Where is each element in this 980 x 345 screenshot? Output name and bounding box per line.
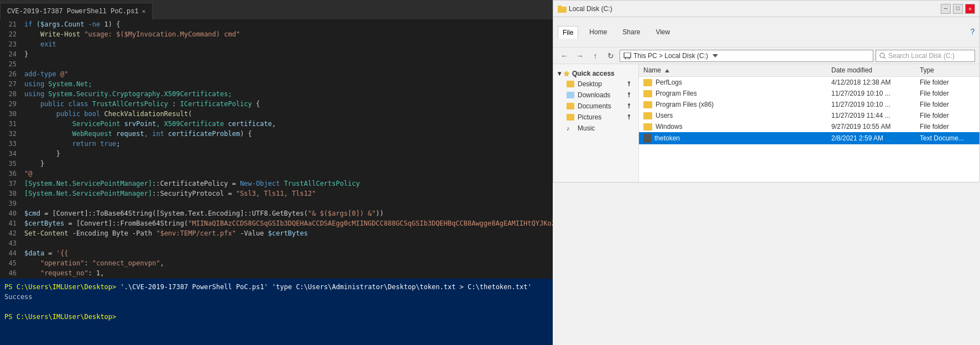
file-row[interactable]: Windows 9/27/2019 10:55 AM File folder <box>639 121 979 132</box>
file-rows-container: PerfLogs 4/12/2018 12:38 AM File folder … <box>639 77 979 144</box>
code-line: 27using System.Net; <box>0 79 553 89</box>
svg-rect-2 <box>624 53 631 58</box>
sidebar-item-label: Pictures <box>578 113 601 121</box>
file-row[interactable]: Program Files 11/27/2019 10:10 ... File … <box>639 88 979 99</box>
line-content: public bool CheckValidationResult( <box>22 109 192 119</box>
quick-access-header: ▾ Quick access <box>558 69 634 79</box>
sidebar-item-downloads[interactable]: Downloads <box>558 90 634 101</box>
terminal-line: PS C:\Users\IMLUser\Desktop> '.\CVE-2019… <box>4 282 548 292</box>
col-header-name[interactable]: Name <box>643 66 831 74</box>
folder-icon <box>643 123 652 130</box>
code-line: 36"@ <box>0 169 553 179</box>
ribbon-tab-share[interactable]: Share <box>618 26 644 38</box>
code-line: 22 Write-Host "usage: $($MyInvocation.My… <box>0 29 553 39</box>
line-number: 24 <box>0 49 22 59</box>
line-content <box>22 198 28 208</box>
file-date: 9/27/2019 10:55 AM <box>831 123 920 130</box>
file-type: File folder <box>920 101 975 108</box>
ribbon-tab-file[interactable]: File <box>558 26 578 39</box>
line-number: 40 <box>0 208 22 218</box>
line-number: 33 <box>0 139 22 149</box>
file-list: Name Date modified Type PerfLogs 4/12/20… <box>639 64 979 182</box>
minimize-button[interactable]: — <box>941 4 951 14</box>
line-content: } <box>22 149 60 159</box>
code-area: 21if ($args.Count -ne 1) {22 Write-Host … <box>0 19 553 279</box>
line-number: 36 <box>0 169 22 179</box>
folder-icon <box>643 112 652 119</box>
right-panel: Local Disk (C:) — □ ✕ File Home Share Vi… <box>553 0 980 345</box>
file-type: Text Docume... <box>920 134 975 142</box>
file-type: File folder <box>920 90 975 97</box>
svg-point-10 <box>628 81 630 83</box>
code-line: 40$cmd = [Convert]::ToBase64String([Syst… <box>0 208 553 218</box>
terminal-line <box>4 302 548 312</box>
navigation-toolbar: ← → ↑ ↻ This PC > Local Disk (C:) <box>553 48 979 64</box>
ribbon-tab-home[interactable]: Home <box>585 26 611 38</box>
up-button[interactable]: ↑ <box>589 49 602 62</box>
close-button[interactable]: ✕ <box>965 4 975 14</box>
pin-icon <box>626 114 632 120</box>
file-row[interactable]: thetoken 2/8/2021 2:59 AM Text Docume... <box>639 132 979 144</box>
ribbon: File Home Share View ? <box>553 17 979 48</box>
line-number: 45 <box>0 258 22 268</box>
sidebar-item-music[interactable]: ♪ Music <box>558 123 634 134</box>
code-line: 38[System.Net.ServicePointManager]::Secu… <box>0 189 553 198</box>
file-name: thetoken <box>643 134 831 143</box>
ribbon-tab-view[interactable]: View <box>651 26 674 38</box>
sidebar-item-documents[interactable]: Documents <box>558 101 634 112</box>
line-number: 38 <box>0 189 22 198</box>
line-number: 26 <box>0 69 22 79</box>
code-line: 23 exit <box>0 39 553 49</box>
pictures-folder-icon <box>567 114 574 121</box>
file-row[interactable]: PerfLogs 4/12/2018 12:38 AM File folder <box>639 77 979 88</box>
line-content: $cmd = [Convert]::ToBase64String([System… <box>22 208 384 218</box>
file-name: Program Files <box>643 90 831 97</box>
code-line: 33 return true; <box>0 139 553 149</box>
line-number: 41 <box>0 218 22 228</box>
search-icon <box>879 53 886 59</box>
code-line: 43 <box>0 238 553 248</box>
file-row[interactable]: Program Files (x86) 11/27/2019 10:10 ...… <box>639 99 979 110</box>
col-header-date[interactable]: Date modified <box>831 66 920 74</box>
code-line: 46 "request_no": 1, <box>0 268 553 278</box>
editor-panel: CVE-2019-17387 PowerShell PoC.ps1 ✕ 21if… <box>0 0 553 345</box>
file-date: 4/12/2018 12:38 AM <box>831 79 920 86</box>
file-date: 11/27/2019 10:10 ... <box>831 90 920 97</box>
star-icon <box>563 70 570 77</box>
editor-tab[interactable]: CVE-2019-17387 PowerShell PoC.ps1 ✕ <box>0 3 153 19</box>
col-header-type[interactable]: Type <box>920 66 975 74</box>
help-icon[interactable]: ? <box>971 28 975 36</box>
forward-button[interactable]: → <box>573 49 586 62</box>
terminal: PS C:\Users\IMLUser\Desktop> '.\CVE-2019… <box>0 279 553 345</box>
dropdown-icon[interactable] <box>712 54 718 58</box>
line-number: 22 <box>0 29 22 39</box>
sidebar-item-desktop[interactable]: Desktop <box>558 79 634 90</box>
file-explorer-title: Local Disk (C:) <box>569 5 939 13</box>
maximize-button[interactable]: □ <box>953 4 963 14</box>
line-content: [System.Net.ServicePointManager]::Securi… <box>22 189 316 198</box>
svg-line-8 <box>884 57 885 59</box>
address-bar[interactable]: This PC > Local Disk (C:) <box>620 50 873 62</box>
line-number: 35 <box>0 159 22 169</box>
line-content: Set-Content -Encoding Byte -Path "$env:T… <box>22 228 308 238</box>
file-name-text: Windows <box>656 123 683 130</box>
folder-icon <box>643 79 652 86</box>
pin-icon <box>626 92 632 98</box>
refresh-button[interactable]: ↻ <box>604 49 617 62</box>
file-type: File folder <box>920 112 975 119</box>
line-number: 32 <box>0 129 22 139</box>
line-number: 46 <box>0 268 22 278</box>
sidebar: ▾ Quick access Desktop <box>553 64 639 182</box>
back-button[interactable]: ← <box>558 49 571 62</box>
sidebar-item-pictures[interactable]: Pictures <box>558 112 634 123</box>
tab-close-button[interactable]: ✕ <box>142 8 146 15</box>
file-row[interactable]: Users 11/27/2019 11:44 ... File folder <box>639 110 979 121</box>
quick-access-section: ▾ Quick access Desktop <box>553 66 638 136</box>
sidebar-item-label: Music <box>578 124 595 132</box>
search-placeholder: Search Local Disk (C:) <box>888 52 955 60</box>
column-headers: Name Date modified Type <box>639 64 979 77</box>
line-content: $data = '{{ <box>22 248 69 258</box>
sidebar-item-label: Documents <box>578 102 611 110</box>
code-line: 26add-type @" <box>0 69 553 79</box>
search-bar[interactable]: Search Local Disk (C:) <box>876 50 975 62</box>
